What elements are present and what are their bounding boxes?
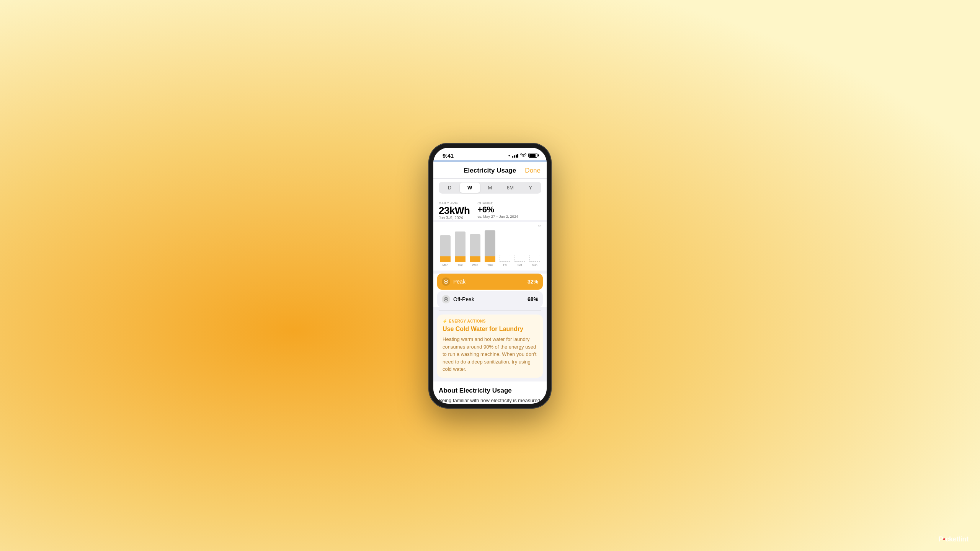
compare-text: vs. May 27 – Jun 2, 2024 bbox=[477, 214, 518, 218]
bar-offpeak-mon bbox=[440, 235, 451, 256]
daily-avg-value: 23kWh bbox=[439, 205, 470, 216]
energy-actions-title: Use Cold Water for Laundry bbox=[443, 326, 537, 333]
bar-label-sat: Sat bbox=[518, 263, 522, 267]
phone-screen: 9:41 ● bbox=[433, 148, 547, 404]
peak-symbol bbox=[444, 279, 448, 284]
app-content[interactable]: Electricity Usage Done D W M 6M Y DAILY … bbox=[433, 162, 547, 404]
daily-avg-block: DAILY AVG. 23kWh Jun 3–9, 2024 bbox=[439, 201, 470, 220]
bar-offpeak-tue bbox=[455, 231, 466, 256]
change-block: CHANGE +6% vs. May 27 – Jun 2, 2024 bbox=[477, 201, 518, 218]
bar-tue: Tue bbox=[454, 225, 467, 267]
energy-actions-section-label: ENERGY ACTIONS bbox=[449, 319, 486, 323]
bar-mon: Mon bbox=[439, 225, 452, 267]
svg-point-3 bbox=[445, 298, 447, 300]
bar-label-thu: Thu bbox=[487, 263, 493, 267]
segment-year[interactable]: Y bbox=[520, 183, 541, 193]
peak-row[interactable]: Peak 32% bbox=[437, 274, 543, 290]
bar-sun: Sun bbox=[528, 225, 541, 267]
peak-label: Peak bbox=[453, 279, 524, 285]
bar-fri: Fri bbox=[498, 225, 511, 267]
about-section: About Electricity Usage Being familiar w… bbox=[433, 381, 547, 404]
app-header: Electricity Usage Done bbox=[433, 162, 547, 179]
segment-6month[interactable]: 6M bbox=[500, 183, 520, 193]
offpeak-label: Off-Peak bbox=[453, 296, 524, 302]
stats-section: DAILY AVG. 23kWh Jun 3–9, 2024 CHANGE +6… bbox=[433, 197, 547, 220]
signal-icon bbox=[512, 153, 519, 158]
about-title: About Electricity Usage bbox=[439, 387, 541, 395]
watermark: P•cketlint bbox=[939, 535, 969, 543]
about-body: Being familiar with how electricity is m… bbox=[439, 397, 541, 404]
segment-month[interactable]: M bbox=[480, 183, 500, 193]
peak-icon bbox=[442, 277, 450, 286]
bar-peak-thu bbox=[485, 256, 495, 262]
chart-grid-label: 30 bbox=[538, 225, 541, 228]
bar-label-fri: Fri bbox=[503, 263, 506, 267]
energy-actions-body: Heating warm and hot water for laundry c… bbox=[443, 336, 537, 373]
offpeak-icon bbox=[442, 295, 450, 303]
daily-avg-label: DAILY AVG. bbox=[439, 201, 470, 205]
bar-wed: Wed bbox=[469, 225, 482, 267]
segment-week[interactable]: W bbox=[460, 183, 480, 193]
watermark-dot: • bbox=[943, 535, 945, 543]
bar-peak-wed bbox=[470, 256, 480, 262]
camera-indicator: ● bbox=[508, 154, 510, 157]
time-period-segment: D W M 6M Y bbox=[439, 182, 541, 194]
bar-chart: 30 Mon bbox=[439, 225, 541, 267]
segment-day[interactable]: D bbox=[439, 183, 460, 193]
peak-percentage: 32% bbox=[528, 279, 538, 285]
change-label: CHANGE bbox=[477, 201, 518, 205]
change-value: +6% bbox=[477, 205, 518, 214]
segment-container: D W M 6M Y bbox=[433, 179, 547, 197]
energy-actions-label: ⚡ ENERGY ACTIONS bbox=[443, 319, 537, 323]
offpeak-row[interactable]: Off-Peak 68% bbox=[437, 291, 543, 307]
bar-label-wed: Wed bbox=[472, 263, 478, 267]
bar-peak-mon bbox=[440, 256, 451, 262]
status-bar: 9:41 ● bbox=[433, 148, 547, 160]
bar-dotted-fri bbox=[500, 255, 510, 262]
bar-dotted-sun bbox=[529, 255, 540, 262]
offpeak-percentage: 68% bbox=[528, 296, 538, 302]
phone-frame: 9:41 ● bbox=[429, 143, 551, 408]
daily-avg-date: Jun 3–9, 2024 bbox=[439, 216, 470, 220]
wifi-icon bbox=[520, 153, 526, 158]
bar-label-tue: Tue bbox=[458, 263, 463, 267]
status-time: 9:41 bbox=[443, 152, 454, 159]
bar-sat: Sat bbox=[513, 225, 526, 267]
bar-dotted-sat bbox=[514, 255, 525, 262]
battery-icon bbox=[528, 153, 537, 158]
svg-point-1 bbox=[445, 281, 447, 282]
page-title: Electricity Usage bbox=[455, 167, 525, 174]
chart-container: 30 Mon bbox=[433, 222, 547, 271]
divider-1 bbox=[439, 310, 541, 311]
done-button[interactable]: Done bbox=[525, 167, 541, 174]
bar-peak-tue bbox=[455, 256, 466, 262]
bar-label-mon: Mon bbox=[443, 263, 449, 267]
bar-offpeak-thu bbox=[485, 230, 495, 256]
energy-actions-card[interactable]: ⚡ ENERGY ACTIONS Use Cold Water for Laun… bbox=[437, 315, 543, 378]
usage-rows: Peak 32% Off-Peak 68% bbox=[433, 274, 547, 307]
offpeak-symbol bbox=[444, 297, 448, 302]
lightning-icon: ⚡ bbox=[443, 319, 448, 323]
bar-label-sun: Sun bbox=[532, 263, 537, 267]
bar-offpeak-wed bbox=[470, 234, 480, 256]
status-icons: ● bbox=[508, 153, 537, 158]
bar-thu: Thu bbox=[483, 225, 497, 267]
